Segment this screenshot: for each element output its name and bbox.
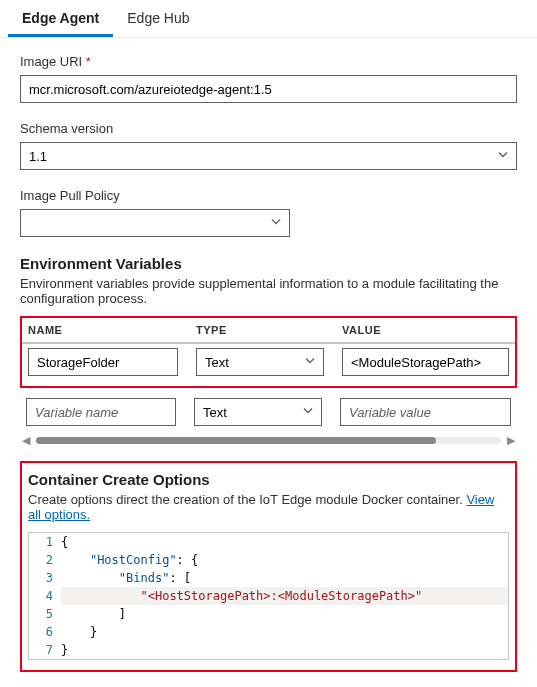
env-header-type: TYPE bbox=[196, 324, 324, 336]
env-vars-desc: Environment variables provide supplement… bbox=[20, 276, 517, 306]
env-value-input[interactable] bbox=[342, 348, 509, 376]
scroll-track[interactable] bbox=[36, 437, 501, 444]
scroll-right-icon[interactable]: ▶ bbox=[507, 434, 515, 447]
code-line[interactable]: ] bbox=[61, 605, 508, 623]
image-uri-label: Image URI * bbox=[20, 54, 517, 69]
pull-policy-label: Image Pull Policy bbox=[20, 188, 517, 203]
line-number: 4 bbox=[29, 587, 61, 605]
line-number: 6 bbox=[29, 623, 61, 641]
tab-edge-hub[interactable]: Edge Hub bbox=[113, 0, 203, 37]
code-line[interactable]: "Binds": [ bbox=[61, 569, 508, 587]
env-vars-highlight-box: NAME TYPE VALUE bbox=[20, 316, 517, 388]
line-number: 7 bbox=[29, 641, 61, 659]
field-schema-version: Schema version bbox=[20, 121, 517, 170]
env-header-row: NAME TYPE VALUE bbox=[22, 320, 515, 344]
env-row bbox=[20, 394, 517, 430]
env-name-input[interactable] bbox=[26, 398, 176, 426]
code-line[interactable]: "<HostStoragePath>:<ModuleStoragePath>" bbox=[61, 587, 508, 605]
cco-desc: Create options direct the creation of th… bbox=[28, 492, 509, 522]
env-value-input[interactable] bbox=[340, 398, 511, 426]
env-name-input[interactable] bbox=[28, 348, 178, 376]
image-uri-input[interactable] bbox=[20, 75, 517, 103]
env-type-select[interactable] bbox=[196, 348, 324, 376]
image-uri-label-text: Image URI bbox=[20, 54, 82, 69]
scroll-left-icon[interactable]: ◀ bbox=[22, 434, 30, 447]
schema-version-label: Schema version bbox=[20, 121, 517, 136]
cco-title: Container Create Options bbox=[28, 471, 509, 488]
tabs-bar: Edge Agent Edge Hub bbox=[0, 0, 537, 38]
env-row bbox=[22, 344, 515, 380]
cco-desc-text: Create options direct the creation of th… bbox=[28, 492, 466, 507]
line-number: 2 bbox=[29, 551, 61, 569]
code-line[interactable]: { bbox=[61, 533, 508, 551]
field-pull-policy: Image Pull Policy bbox=[20, 188, 517, 237]
line-number: 3 bbox=[29, 569, 61, 587]
tab-edge-agent[interactable]: Edge Agent bbox=[8, 0, 113, 37]
env-header-value: VALUE bbox=[342, 324, 509, 336]
env-header-name: NAME bbox=[28, 324, 178, 336]
schema-version-select[interactable] bbox=[20, 142, 517, 170]
pull-policy-select[interactable] bbox=[20, 209, 290, 237]
code-line[interactable]: } bbox=[61, 623, 508, 641]
code-line[interactable]: "HostConfig": { bbox=[61, 551, 508, 569]
code-line[interactable]: } bbox=[61, 641, 508, 659]
scroll-thumb[interactable] bbox=[36, 437, 436, 444]
env-vars-title: Environment Variables bbox=[20, 255, 517, 272]
line-number: 5 bbox=[29, 605, 61, 623]
env-type-select[interactable] bbox=[194, 398, 322, 426]
line-number: 1 bbox=[29, 533, 61, 551]
env-horizontal-scrollbar[interactable]: ◀ ▶ bbox=[20, 430, 517, 447]
code-editor[interactable]: 1 { 2 "HostConfig": { 3 "Binds": [ 4 "<H… bbox=[28, 532, 509, 660]
required-mark: * bbox=[86, 54, 91, 69]
container-create-options-box: Container Create Options Create options … bbox=[20, 461, 517, 672]
field-image-uri: Image URI * bbox=[20, 54, 517, 103]
